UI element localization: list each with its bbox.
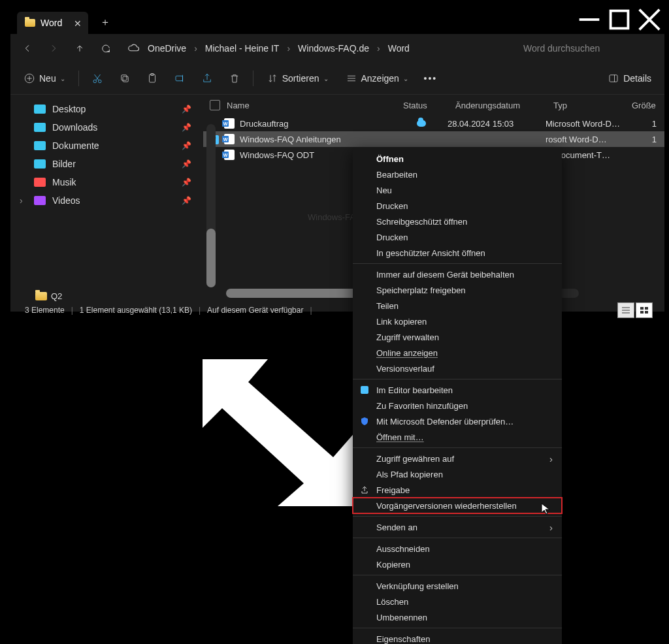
- pin-icon: 📌: [182, 178, 191, 187]
- context-menu-item[interactable]: Öffnen mit…: [353, 429, 562, 445]
- context-menu-item[interactable]: Kopieren: [353, 556, 562, 572]
- context-menu-item[interactable]: Mit Microsoft Defender überprüfen…: [353, 413, 562, 429]
- context-menu-item[interactable]: Online anzeigen: [353, 345, 562, 361]
- col-date[interactable]: Änderungsdatum: [455, 101, 553, 110]
- rename-button[interactable]: [168, 67, 191, 89]
- context-menu-item[interactable]: Zugriff verwalten: [353, 329, 562, 345]
- svg-rect-8: [121, 75, 126, 80]
- tab-close-icon[interactable]: ✕: [74, 18, 82, 29]
- share-button[interactable]: [195, 67, 219, 89]
- minimize-button[interactable]: [574, 7, 604, 33]
- breadcrumb-item[interactable]: Windows-FAQ.de: [294, 40, 373, 56]
- cloud-status-icon: [417, 120, 426, 127]
- folder-below[interactable]: Q2: [35, 291, 62, 301]
- view-details-toggle[interactable]: [617, 302, 634, 318]
- sort-button[interactable]: Sortieren ⌄: [260, 67, 335, 89]
- context-menu-item[interactable]: Freigabe: [353, 482, 562, 498]
- context-menu-item[interactable]: Verknüpfung erstellen: [353, 578, 562, 594]
- context-menu-item[interactable]: Bearbeiten: [353, 167, 562, 182]
- context-menu-item[interactable]: Zugriff gewähren auf: [353, 451, 562, 466]
- editor-icon: [359, 385, 370, 395]
- maximize-button[interactable]: [604, 7, 634, 33]
- context-menu-item[interactable]: Schreibgeschützt öffnen: [353, 214, 562, 229]
- pin-icon: 📌: [182, 105, 191, 114]
- file-size: 1: [624, 135, 657, 144]
- new-tab-button[interactable]: ＋: [100, 16, 110, 29]
- breadcrumb-item[interactable]: Michael - Heine IT: [201, 40, 284, 56]
- sidebar-item-documents[interactable]: Dokumente📌: [13, 137, 201, 155]
- breadcrumb-item[interactable]: Word: [384, 40, 414, 56]
- plus-circle-icon: [24, 72, 35, 84]
- svg-rect-1: [611, 11, 628, 29]
- back-button[interactable]: [16, 37, 39, 60]
- select-all-checkbox[interactable]: [210, 100, 220, 110]
- word-file-icon: [224, 118, 235, 129]
- sidebar-scrollbar[interactable]: [206, 124, 216, 287]
- paste-button[interactable]: [140, 67, 164, 89]
- sidebar-item-downloads[interactable]: Downloads📌: [13, 118, 201, 137]
- close-window-button[interactable]: [634, 7, 664, 33]
- annotation-arrow: [189, 346, 372, 516]
- svg-rect-11: [176, 76, 183, 81]
- context-menu-item[interactable]: Als Pfad kopieren: [353, 466, 562, 482]
- context-menu-item[interactable]: Teilen: [353, 298, 562, 314]
- context-menu-item[interactable]: Zu Favoriten hinzufügen: [353, 398, 562, 413]
- svg-rect-15: [645, 307, 648, 310]
- view-large-toggle[interactable]: [636, 302, 653, 318]
- titlebar: Word ✕ ＋: [10, 7, 664, 34]
- context-menu-item[interactable]: Drucken: [353, 229, 562, 245]
- delete-button[interactable]: [223, 67, 246, 89]
- context-menu-item[interactable]: Löschen: [353, 594, 562, 609]
- context-menu-item[interactable]: Eigenschaften: [353, 631, 562, 644]
- context-menu-item[interactable]: Senden an: [353, 519, 562, 535]
- context-menu-item[interactable]: Speicherplatz freigeben: [353, 282, 562, 298]
- file-row[interactable]: ✓ Windows-FAQ Anleitungen rosoft Word-D……: [203, 131, 664, 147]
- mouse-cursor: [541, 503, 550, 517]
- up-button[interactable]: [68, 37, 91, 60]
- new-button[interactable]: Neu ⌄: [17, 67, 72, 89]
- cut-button[interactable]: [86, 67, 109, 89]
- sidebar: Desktop📌 Downloads📌 Dokumente📌 Bilder📌 M…: [10, 95, 203, 312]
- pin-icon: 📌: [182, 196, 191, 205]
- sidebar-item-videos[interactable]: ›Videos📌: [13, 191, 201, 210]
- file-type: rosoft Word-D…: [546, 135, 624, 144]
- context-menu-item[interactable]: Immer auf diesem Gerät beibehalten: [353, 266, 562, 282]
- context-menu: ÖffnenBearbeitenNeuDruckenSchreibgeschüt…: [353, 147, 562, 644]
- pin-icon: 📌: [182, 159, 191, 169]
- context-menu-item[interactable]: Umbenennen: [353, 609, 562, 625]
- context-menu-item[interactable]: Neu: [353, 182, 562, 198]
- column-headers[interactable]: Name Status Änderungsdatum Typ Größe: [203, 95, 664, 116]
- context-menu-item[interactable]: Ausschneiden: [353, 541, 562, 556]
- details-pane-button[interactable]: Details: [601, 67, 658, 89]
- view-icon: [346, 72, 357, 84]
- status-availability: Auf diesem Gerät verfügbar: [207, 306, 303, 315]
- file-explorer-window: Word ✕ ＋ OneDrive› Michael - Heine IT› W…: [10, 7, 664, 311]
- breadcrumb-item[interactable]: OneDrive: [144, 40, 190, 56]
- context-menu-item[interactable]: In geschützter Ansicht öffnen: [353, 245, 562, 261]
- col-size[interactable]: Größe: [632, 101, 664, 110]
- navbar: OneDrive› Michael - Heine IT› Windows-FA…: [10, 34, 664, 63]
- col-name[interactable]: Name: [227, 101, 403, 110]
- context-menu-item[interactable]: Vorgängerversionen wiederherstellen: [353, 498, 562, 513]
- breadcrumb[interactable]: OneDrive› Michael - Heine IT› Windows-FA…: [128, 40, 515, 56]
- more-button[interactable]: •••: [419, 67, 442, 89]
- context-menu-item[interactable]: Drucken: [353, 198, 562, 214]
- context-menu-item[interactable]: Im Editor bearbeiten: [353, 382, 562, 398]
- context-menu-item[interactable]: Link kopieren: [353, 314, 562, 329]
- forward-button[interactable]: [42, 37, 65, 60]
- context-menu-item[interactable]: Öffnen: [353, 151, 562, 167]
- file-row[interactable]: Druckauftrag 28.04.2024 15:03 Microsoft …: [203, 116, 664, 131]
- col-status[interactable]: Status: [403, 101, 455, 110]
- toolbar: Neu ⌄ Sortieren ⌄ Anzeigen ⌄ ••• Details: [10, 63, 664, 95]
- context-menu-item[interactable]: Versionsverlauf: [353, 361, 562, 376]
- copy-button[interactable]: [113, 67, 137, 89]
- search-input[interactable]: Word durchsuchen: [518, 40, 659, 56]
- view-button[interactable]: Anzeigen ⌄: [339, 67, 415, 89]
- sidebar-item-pictures[interactable]: Bilder📌: [13, 155, 201, 173]
- sidebar-item-desktop[interactable]: Desktop📌: [13, 100, 201, 118]
- sidebar-item-music[interactable]: Musik📌: [13, 173, 201, 191]
- svg-rect-14: [640, 307, 644, 310]
- col-type[interactable]: Typ: [553, 101, 632, 110]
- window-tab[interactable]: Word ✕: [17, 12, 88, 34]
- refresh-button[interactable]: [94, 37, 118, 60]
